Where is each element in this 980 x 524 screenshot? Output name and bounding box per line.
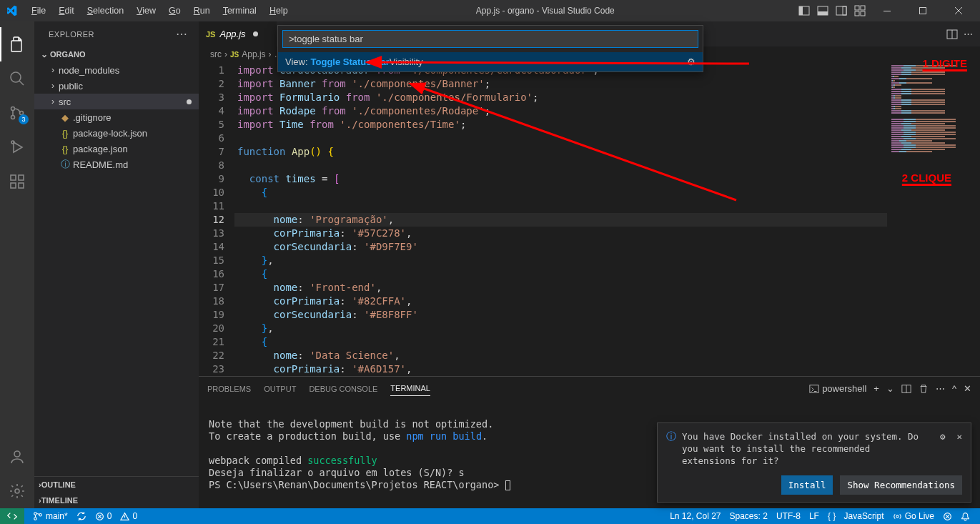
explorer-more-icon[interactable]: ⋯ <box>176 27 188 41</box>
svg-point-21 <box>14 451 20 457</box>
remote-button[interactable] <box>0 508 24 524</box>
minimap[interactable] <box>887 62 980 376</box>
split-terminal-icon[interactable] <box>901 384 911 394</box>
panel-tab-output[interactable]: OUTPUT <box>264 382 296 396</box>
svg-rect-1 <box>799 6 803 15</box>
json-icon: {} <box>59 144 71 154</box>
maximize-button[interactable] <box>907 0 939 21</box>
status-eol[interactable]: LF <box>805 508 823 524</box>
tree-root[interactable]: ⌄ORGANO <box>34 46 199 62</box>
status-errors[interactable]: 0 <box>91 508 117 524</box>
json-icon: {} <box>59 128 71 139</box>
command-palette-item[interactable]: View: Toggle Status Bar Visibility ⚙ <box>278 52 703 71</box>
terminal-content[interactable]: Note that the development build is not o… <box>199 400 980 508</box>
terminal-shell-label[interactable]: powershell <box>809 383 866 394</box>
tree-file-readme[interactable]: ⓘREADME.md <box>34 157 199 172</box>
status-warnings[interactable]: 0 <box>116 508 142 524</box>
svg-point-16 <box>11 141 14 144</box>
show-recommendations-button[interactable]: Show Recommendations <box>840 475 962 495</box>
status-lncol[interactable]: Ln 12, Col 27 <box>665 508 725 524</box>
tree-file-package-json[interactable]: {}package.json <box>34 141 199 157</box>
panel-close-icon[interactable]: ✕ <box>964 383 971 394</box>
status-sync[interactable] <box>72 508 91 524</box>
minimize-button[interactable] <box>871 0 903 21</box>
layout-customize-icon[interactable] <box>853 4 867 18</box>
annotation-2: 2 CLIQUE <box>902 172 951 184</box>
toast-message: You have Docker installed on your system… <box>682 430 929 467</box>
command-palette: View: Toggle Status Bar Visibility ⚙ <box>277 25 703 72</box>
status-golive[interactable]: Go Live <box>889 508 939 524</box>
tab-app-js[interactable]: JS App.js <box>199 21 277 46</box>
install-button[interactable]: Install <box>781 475 833 495</box>
window-title: App.js - organo - Visual Studio Code <box>294 6 797 16</box>
status-spaces[interactable]: Spaces: 2 <box>726 508 772 524</box>
panel-maximize-icon[interactable]: ^ <box>952 383 956 394</box>
split-editor-icon[interactable] <box>946 29 958 40</box>
activity-search[interactable] <box>0 61 34 96</box>
status-prettier[interactable] <box>939 508 956 524</box>
panel-tab-problems[interactable]: PROBLEMS <box>207 382 251 396</box>
command-palette-input[interactable] <box>282 30 698 48</box>
editor-area: JS App.js ⋯ src› JS App.js›… 12345678910… <box>199 21 980 508</box>
activity-settings[interactable] <box>0 474 34 508</box>
modified-dot-icon <box>253 31 258 36</box>
menu-file[interactable]: File <box>26 3 51 19</box>
tree-file-gitignore[interactable]: ◆.gitignore <box>34 109 199 125</box>
svg-rect-7 <box>861 6 865 10</box>
activity-scm[interactable]: 3 <box>0 96 34 130</box>
panel-tab-debug[interactable]: DEBUG CONSOLE <box>309 382 377 396</box>
menu-terminal[interactable]: Terminal <box>217 3 262 19</box>
activity-account[interactable] <box>0 440 34 474</box>
kill-terminal-icon[interactable] <box>919 384 929 394</box>
svg-point-31 <box>34 518 37 520</box>
menu-go[interactable]: Go <box>163 3 187 19</box>
status-bar: main* 0 0 Ln 12, Col 27 Spaces: 2 UTF-8 … <box>0 508 980 524</box>
activity-extensions[interactable] <box>0 164 34 199</box>
tree-file-package-lock[interactable]: {}package-lock.json <box>34 125 199 141</box>
layout-primary-sidebar-icon[interactable] <box>797 4 811 18</box>
modified-dot-icon <box>187 99 192 104</box>
layout-secondary-sidebar-icon[interactable] <box>834 4 848 18</box>
menu-selection[interactable]: Selection <box>81 3 129 19</box>
layout-panel-icon[interactable] <box>816 4 830 18</box>
terminal-dropdown-icon[interactable]: ⌄ <box>886 383 894 394</box>
menu-run[interactable]: Run <box>188 3 216 19</box>
tree-folder-src[interactable]: ›src <box>34 94 199 109</box>
panel-tab-terminal[interactable]: TERMINAL <box>390 381 430 396</box>
section-timeline[interactable]: ›TIMELINE <box>34 493 199 508</box>
menu-edit[interactable]: Edit <box>53 3 80 19</box>
panel-terminal: PROBLEMS OUTPUT DEBUG CONSOLE TERMINAL p… <box>199 376 980 508</box>
tree-folder-node-modules[interactable]: ›node_modules <box>34 62 199 78</box>
menu-view[interactable]: View <box>131 3 162 19</box>
tree-folder-public[interactable]: ›public <box>34 78 199 94</box>
panel-tabs: PROBLEMS OUTPUT DEBUG CONSOLE TERMINAL p… <box>199 377 980 400</box>
new-terminal-icon[interactable]: + <box>873 383 879 394</box>
code-editor[interactable]: 1234567891011121314151617181920212223 im… <box>199 62 980 376</box>
tab-more-icon[interactable]: ⋯ <box>964 29 973 39</box>
close-button[interactable] <box>943 0 974 21</box>
explorer-title: EXPLORER <box>49 30 94 39</box>
section-outline[interactable]: ›OUTLINE <box>34 477 199 493</box>
svg-rect-20 <box>19 175 24 180</box>
gear-icon[interactable]: ⚙ <box>940 430 946 443</box>
svg-rect-5 <box>843 6 846 15</box>
code-content[interactable]: import CardColaborador from './component… <box>237 62 887 376</box>
gear-icon[interactable]: ⚙ <box>687 56 696 67</box>
close-icon[interactable]: ✕ <box>956 430 962 443</box>
status-lang[interactable]: { } JavaScript <box>823 508 889 524</box>
js-icon: JS <box>206 30 215 39</box>
svg-point-14 <box>11 116 15 119</box>
info-icon: ⓘ <box>59 158 71 171</box>
svg-point-22 <box>15 489 19 493</box>
status-encoding[interactable]: UTF-8 <box>772 508 805 524</box>
status-branch[interactable]: main* <box>29 508 72 524</box>
panel-more-icon[interactable]: ⋯ <box>936 383 945 394</box>
status-notifications[interactable] <box>956 508 974 524</box>
activity-explorer[interactable] <box>0 27 34 61</box>
svg-rect-11 <box>920 8 926 14</box>
file-tree: ⌄ORGANO ›node_modules ›public ›src ◆.git… <box>34 46 199 476</box>
activity-debug[interactable] <box>0 130 34 164</box>
svg-rect-19 <box>19 183 24 188</box>
title-bar: File Edit Selection View Go Run Terminal… <box>0 0 980 21</box>
menu-help[interactable]: Help <box>264 3 294 19</box>
